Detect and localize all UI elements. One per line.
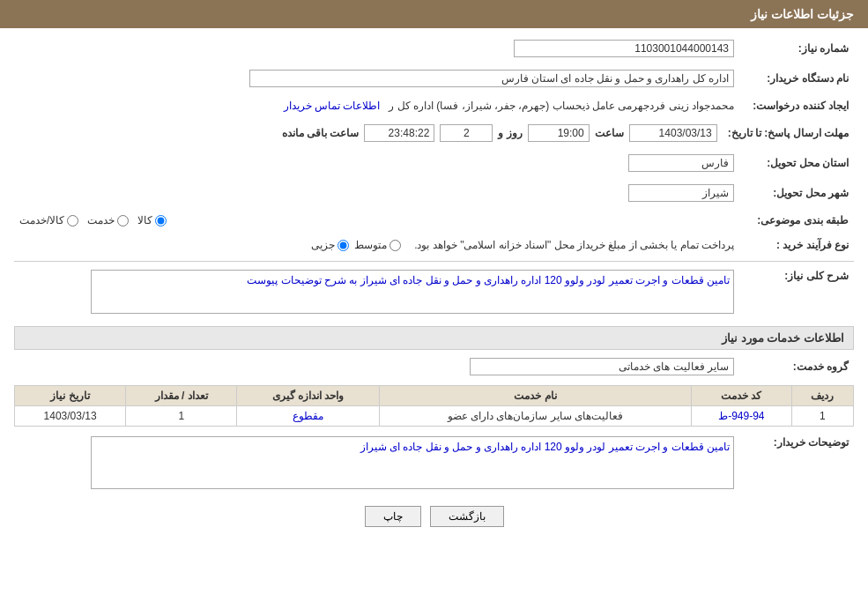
radio-kala-input[interactable] <box>155 215 167 227</box>
info-table-groheKhadamat: گروه خدمت: سایر فعالیت های خدماتی <box>14 355 854 378</box>
bazgasht-button[interactable]: بازگشت <box>430 506 504 527</box>
groheKhadamat-label: گروه خدمت: <box>739 355 854 378</box>
radio-khadamat[interactable]: خدمت <box>87 214 129 227</box>
col-radif: ردیف <box>791 386 853 406</box>
shahr-value: شیراز <box>628 184 734 202</box>
mohlat-baghimande: 23:48:22 <box>364 124 434 142</box>
ijadKonande-value: محمدجواد زینی فردجهرمی عامل ذیحساب (جهرم… <box>389 100 734 112</box>
shahr-label: شهر محل تحویل: <box>739 182 854 204</box>
saat-label: ساعت <box>595 127 624 139</box>
radio-kalaKhadamat-label: کالا/خدمت <box>19 214 64 227</box>
sharhKoli-label: شرح کلی نیاز: <box>739 267 854 319</box>
separator-1 <box>14 261 854 262</box>
table-cell: 1 <box>126 406 237 427</box>
noeFarayand-label: نوع فرآیند خرید : <box>739 236 854 254</box>
table-cell: 1 <box>791 406 853 427</box>
radio-mottasat-label: متوسط <box>354 239 387 251</box>
mohlat-roz: 2 <box>440 124 493 142</box>
col-vahed: واحد اندازه گیری <box>237 386 380 406</box>
col-namKhadamat: نام خدمت <box>379 386 691 406</box>
mohlat-label: مهلت ارسال پاسخ: تا تاریخ: <box>723 122 854 145</box>
shomareNiaz-label: شماره نیاز: <box>739 37 854 60</box>
info-table-ijadKonande: ایجاد کننده درخواست: محمدجواد زینی فردجه… <box>14 97 854 115</box>
sharhKoli-textarea[interactable] <box>91 270 734 314</box>
groheKhadamat-value: سایر فعالیت های خدماتی <box>470 358 734 375</box>
table-row: 1949-94-طفعالیت‌های سایر سازمان‌های دارا… <box>15 406 854 427</box>
ostan-label: استان محل تحویل: <box>739 152 854 175</box>
roz-label: روز و <box>498 127 522 139</box>
shomareNiaz-value: 1103001044000143 <box>514 40 734 57</box>
info-table-ostan: استان محل تحویل: فارس <box>14 152 854 175</box>
radio-kala[interactable]: کالا <box>137 214 167 227</box>
info-table-tabaqebandi: طبقه بندی موضوعی: کالا/خدمت خدمت <box>14 212 854 229</box>
content-area: شماره نیاز: 1103001044000143 نام دستگاه … <box>0 28 868 536</box>
baghimande-label: ساعت باقی مانده <box>282 127 360 139</box>
radio-jazee-input[interactable] <box>338 240 349 251</box>
page-container: جزئیات اطلاعات نیاز شماره نیاز: 11030010… <box>0 0 868 609</box>
services-table: ردیف کد خدمت نام خدمت واحد اندازه گیری ت… <box>14 385 854 427</box>
table-cell: 1403/03/13 <box>15 406 126 427</box>
ostan-value: فارس <box>628 154 734 172</box>
tabaqebandi-radiogroup: کالا/خدمت خدمت کالا <box>19 214 734 227</box>
col-kodKhadamat: کد خدمت <box>692 386 792 406</box>
info-table-mohlat: مهلت ارسال پاسخ: تا تاریخ: 1403/03/13 سا… <box>14 122 854 145</box>
mohlat-row: 1403/03/13 ساعت 19:00 روز و 2 23:48:22 س… <box>19 124 717 142</box>
page-header: جزئیات اطلاعات نیاز <box>0 0 868 28</box>
table-cell: 949-94-ط <box>692 406 792 427</box>
radio-khadamat-input[interactable] <box>117 215 129 227</box>
radio-jazee[interactable]: جزیی <box>311 239 349 251</box>
tabaqebandi-label: طبقه بندی موضوعی: <box>739 212 854 229</box>
info-table-shahr: شهر محل تحویل: شیراز <box>14 182 854 204</box>
radio-kala-label: کالا <box>137 214 152 227</box>
radio-jazee-label: جزیی <box>311 239 335 251</box>
table-cell: فعالیت‌های سایر سازمان‌های دارای عضو <box>379 406 691 427</box>
radio-khadamat-label: خدمت <box>87 214 115 227</box>
info-table-shomareNiaz: شماره نیاز: 1103001044000143 <box>14 37 854 60</box>
noeFarayand-desc: پرداخت تمام یا بخشی از مبلغ خریداز محل "… <box>414 239 734 251</box>
info-table-noeFarayand: نوع فرآیند خرید : پرداخت تمام یا بخشی از… <box>14 236 854 254</box>
tozihatKharidar-label: توضیحات خریدار: <box>739 434 854 492</box>
namDastgah-value: اداره کل راهداری و حمل و نقل جاده ای است… <box>249 70 734 87</box>
buttons-row: بازگشت چاپ <box>14 506 854 527</box>
radio-mottasat[interactable]: متوسط <box>354 239 401 251</box>
col-tedad: تعداد / مقدار <box>126 386 237 406</box>
info-table-sharhKoli: شرح کلی نیاز: // Will set value after DO… <box>14 267 854 319</box>
info-table-tozihat: توضیحات خریدار: تامین قطعات و اجرت تعمیر… <box>14 434 854 492</box>
ijadKonande-link[interactable]: اطلاعات تماس خریدار <box>284 100 381 112</box>
radio-kalaKhadamat[interactable]: کالا/خدمت <box>19 214 78 227</box>
page-title: جزئیات اطلاعات نیاز <box>751 7 854 21</box>
noeFarayand-row: پرداخت تمام یا بخشی از مبلغ خریداز محل "… <box>19 239 734 251</box>
tozihatKharidar-value: تامین قطعات و اجرت تعمیر لودر ولوو 120 ا… <box>91 436 734 489</box>
radio-mottasat-input[interactable] <box>389 240 401 251</box>
chap-button[interactable]: چاپ <box>365 506 421 527</box>
mohlat-saat: 19:00 <box>528 124 590 142</box>
radio-kalaKhadamat-input[interactable] <box>67 215 78 227</box>
table-cell: مقطوع <box>237 406 380 427</box>
services-section-header: اطلاعات خدمات مورد نیاز <box>14 326 854 350</box>
info-table-namDastgah: نام دستگاه خریدار: اداره کل راهداری و حم… <box>14 67 854 90</box>
mohlat-date: 1403/03/13 <box>629 124 717 142</box>
col-tarikh: تاریخ نیاز <box>15 386 126 406</box>
ijadKonande-label: ایجاد کننده درخواست: <box>739 97 854 115</box>
namDastgah-label: نام دستگاه خریدار: <box>739 67 854 90</box>
